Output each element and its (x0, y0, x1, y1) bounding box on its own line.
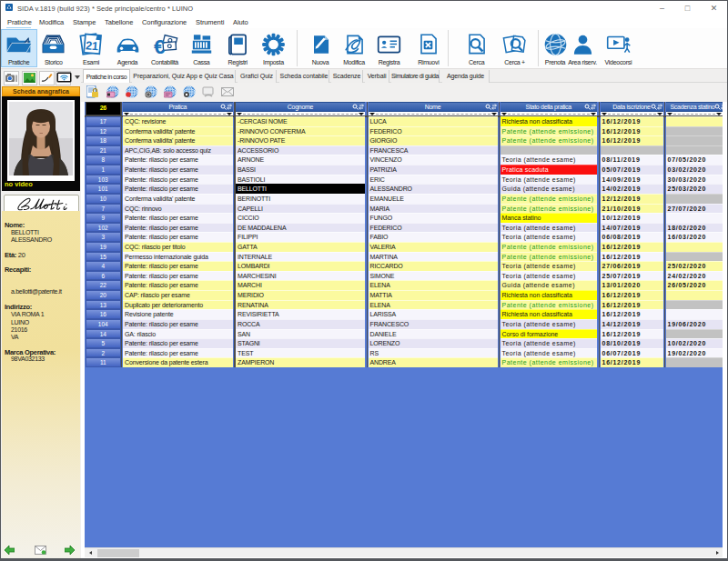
svg-text:21: 21 (85, 38, 98, 53)
svg-text:€: € (153, 35, 165, 58)
